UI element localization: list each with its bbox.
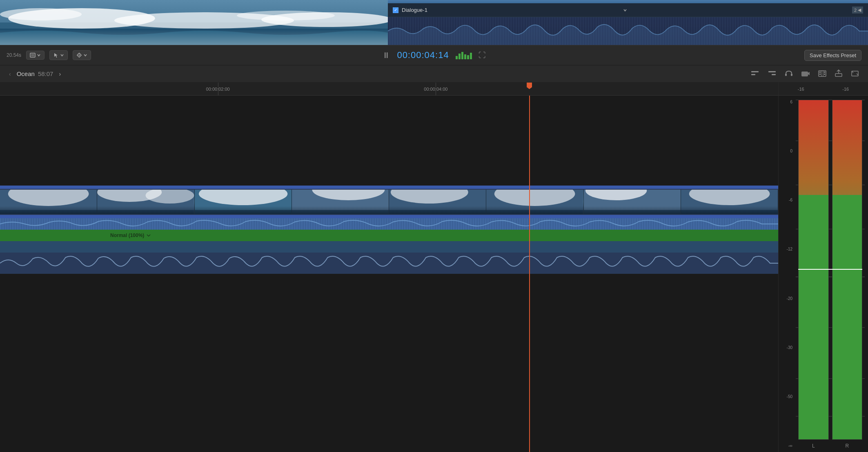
scale-neg-inf: -∞ [779, 443, 795, 448]
empty-track-space [0, 96, 778, 186]
svg-rect-40 [97, 210, 194, 214]
video-track-top-bar [0, 186, 778, 189]
select-tool-btn[interactable] [49, 50, 68, 60]
svg-rect-21 [785, 74, 787, 76]
vu-scale: 6 0 -6 -12 -20 -30 -50 -∞ [779, 96, 795, 452]
camera-icon[interactable] [799, 68, 812, 80]
video-thumb-4 [292, 190, 389, 214]
waveform-bars [388, 17, 868, 45]
svg-rect-29 [824, 74, 825, 75]
vu-peak-right: -16 [842, 87, 849, 92]
timeline-container: 00:00:02:00 00:00:04:00 [0, 83, 868, 452]
preview-video[interactable] [0, 0, 388, 45]
clip-view-icon [30, 53, 36, 58]
audio-waveform-inspector [388, 17, 868, 45]
svg-rect-52 [486, 210, 583, 214]
export-icon[interactable] [832, 68, 845, 80]
vu-peak-left: -16 [798, 87, 804, 92]
blend-label: Normal (100%) [110, 233, 144, 238]
dialogue-track-item[interactable]: ✓ Dialogue-1 2 ◀ [388, 3, 868, 17]
inspector-top-gradient [388, 0, 868, 3]
vu-grid-area: L R [796, 100, 865, 452]
project-name: Ocean [17, 70, 35, 77]
scale-neg12: -12 [779, 247, 795, 251]
video-thumb-6 [486, 190, 583, 214]
svg-rect-58 [681, 210, 778, 214]
svg-rect-32 [835, 74, 842, 76]
transform-btn[interactable] [73, 50, 91, 60]
vu-meters-container: L R [795, 96, 868, 452]
dialogue-checkbox[interactable]: ✓ [393, 7, 398, 13]
vu-bar-left-green [799, 195, 828, 439]
aspect-ratio-icon[interactable] [848, 68, 861, 80]
scale-neg6: -6 [779, 198, 795, 202]
play-controls: ⏸ 00:00:04:14 ⛶ [382, 50, 485, 60]
toolbar-left: 20.54s [7, 50, 377, 60]
svg-rect-43 [195, 210, 292, 214]
peak-indicator-L [798, 269, 862, 270]
timeline-empty-bottom [0, 274, 778, 315]
svg-rect-28 [824, 72, 825, 73]
transform-icon [76, 52, 82, 58]
video-thumb-2 [97, 190, 194, 214]
timecode-center: 00:00:04:14 [397, 50, 449, 60]
video-thumb-1 [0, 190, 97, 214]
level-bar-4 [464, 54, 466, 59]
scale-0: 0 [779, 149, 795, 153]
audio-align-right-icon[interactable] [765, 68, 779, 80]
vu-label-R: R [832, 443, 863, 449]
audio-waveform-lower [0, 253, 778, 274]
svg-point-5 [0, 8, 82, 20]
ruler-marker-2min: 00:00:02:00 [206, 87, 230, 92]
svg-point-6 [237, 11, 335, 20]
svg-rect-36 [0, 210, 97, 214]
time-ruler: 00:00:02:00 00:00:04:00 [0, 83, 778, 96]
vu-label-L: L [798, 443, 829, 449]
film-icon[interactable] [816, 68, 829, 80]
svg-rect-27 [819, 74, 821, 75]
svg-rect-26 [819, 72, 821, 73]
chevron-down-icon [623, 8, 627, 12]
svg-rect-20 [772, 74, 776, 75]
svg-rect-55 [584, 210, 681, 214]
chevron-transform-icon [83, 53, 87, 57]
svg-rect-49 [389, 210, 486, 214]
nav-back-btn[interactable]: ‹ [7, 69, 13, 79]
vu-meter-panel: -16 -16 6 0 -6 -12 -20 -30 -50 -∞ [778, 83, 868, 452]
vu-bar-right-container [832, 100, 863, 440]
play-btn[interactable]: ⏸ [382, 51, 390, 60]
preview-section [0, 0, 388, 45]
timeline-main: 00:00:02:00 00:00:04:00 [0, 83, 778, 452]
nav-forward-btn[interactable]: › [56, 69, 63, 79]
save-effects-preset-button[interactable]: Save Effects Preset [804, 50, 861, 61]
timeline-tracks: Normal (100%) [0, 96, 778, 452]
nav-left: ‹ Ocean 58:07 › [7, 69, 748, 79]
svg-rect-22 [791, 74, 792, 76]
fullscreen-btn[interactable]: ⛶ [479, 51, 486, 60]
clip-view-btn[interactable] [26, 51, 45, 60]
scale-6: 6 [779, 100, 795, 104]
svg-rect-46 [292, 210, 389, 214]
ruler-marker-4min: 00:00:04:00 [424, 87, 447, 92]
video-track-inner [0, 190, 778, 214]
headphone-icon[interactable] [782, 68, 795, 80]
inspector-section: ✓ Dialogue-1 2 ◀ [388, 0, 868, 45]
level-bar-3 [461, 52, 463, 59]
video-thumb-5 [389, 190, 486, 214]
svg-rect-18 [751, 74, 755, 75]
blend-track[interactable]: Normal (100%) [0, 230, 778, 241]
toolbar-right: Save Effects Preset [491, 50, 861, 61]
video-thumb-3 [195, 190, 292, 214]
audio-align-left-icon[interactable] [748, 68, 762, 80]
vu-body: 6 0 -6 -12 -20 -30 -50 -∞ [779, 96, 868, 452]
svg-rect-17 [751, 71, 759, 72]
scale-neg20: -20 [779, 296, 795, 301]
level-bar-2 [458, 54, 461, 59]
audio-levels-mini [456, 51, 472, 59]
vu-bar-right-green [832, 195, 862, 439]
audio-waveform-track-1 [0, 218, 778, 230]
vu-bar-left-container [798, 100, 829, 440]
chevron-select-icon [60, 53, 64, 57]
wave-overlay [0, 29, 388, 45]
video-track-bottom-bar [0, 215, 778, 218]
